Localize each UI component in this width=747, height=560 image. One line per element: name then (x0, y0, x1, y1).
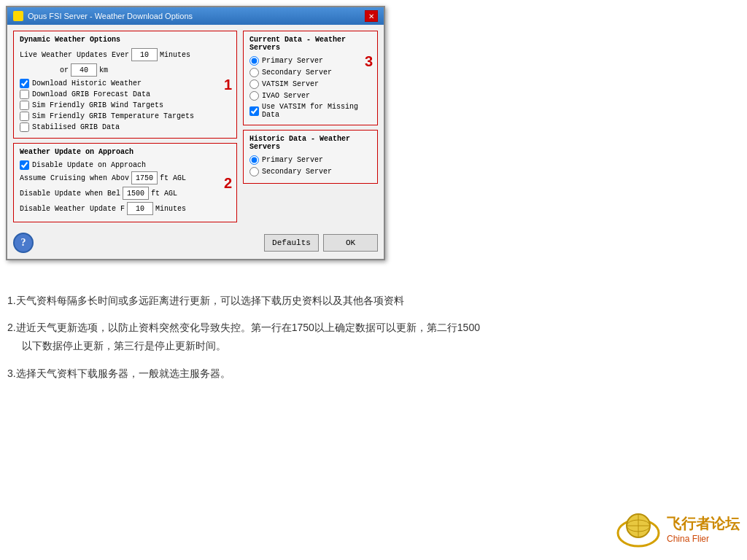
cb-disable-approach: Disable Update on Approach (20, 160, 231, 170)
km-unit: km (99, 66, 108, 74)
disable-below-input[interactable] (123, 187, 149, 200)
current-vatsim-label: VATSIM Server (262, 80, 319, 88)
logo-sub-text: China Flier (667, 534, 709, 544)
km-input[interactable] (71, 63, 97, 77)
disable-approach-label: Disable Update on Approach (32, 161, 146, 169)
main-window: Opus FSI Server - Weather Download Optio… (6, 6, 385, 260)
current-ivao-label: IVAO Server (262, 92, 310, 100)
download-historic-label: Download Historic Weather (32, 79, 142, 88)
current-secondary-radio[interactable] (249, 68, 259, 77)
annotation-3: 3 (365, 53, 373, 70)
current-primary-row: Primary Server (249, 56, 371, 66)
disable-weather-input[interactable] (127, 202, 153, 215)
minutes-input[interactable] (131, 48, 158, 61)
logo-text: 飞行者论坛 China Flier (667, 514, 740, 544)
grib-wind-checkbox[interactable] (20, 101, 29, 110)
current-primary-label: Primary Server (262, 57, 323, 65)
desc-2: 2.进近天气更新选项，以防止资料突然变化导致失控。第一行在1750以上确定数据可… (7, 319, 740, 355)
current-ivao-radio[interactable] (249, 91, 259, 101)
approach-title: Weather Update on Approach (20, 148, 231, 156)
current-data-panel: Current Data - Weather Servers Primary S… (243, 31, 378, 125)
action-buttons: Defaults OK (264, 234, 378, 252)
logo-svg (615, 505, 662, 553)
current-vatsim-radio[interactable] (249, 79, 259, 89)
dynamic-weather-title: Dynamic Weather Options (20, 36, 231, 44)
desc-3: 3.选择天气资料下载服务器，一般就选主服务器。 (7, 365, 740, 383)
historic-data-panel: Historic Data - Weather Servers Primary … (243, 130, 378, 184)
cb-grib-wind: Sim Friendly GRIB Wind Targets (20, 101, 231, 110)
grib-temp-checkbox[interactable] (20, 112, 29, 121)
historic-secondary-row: Secondary Server (249, 167, 371, 176)
left-column: Dynamic Weather Options Live Weather Upd… (13, 31, 237, 222)
help-button[interactable]: ? (13, 233, 34, 253)
or-label: or (60, 66, 69, 74)
bottom-row: ? Defaults OK (7, 228, 384, 259)
cb-vatsim-missing: Use VATSIM for Missing Data (249, 103, 371, 119)
vatsim-missing-checkbox[interactable] (249, 106, 259, 116)
disable-weather-label: Disable Weather Update F (20, 205, 125, 213)
close-button[interactable]: ✕ (365, 10, 378, 22)
window-title: Opus FSI Server - Weather Download Optio… (28, 12, 193, 20)
historic-secondary-radio[interactable] (249, 167, 259, 176)
window-content: Dynamic Weather Options Live Weather Upd… (7, 25, 384, 228)
disable-weather-unit: Minutes (155, 205, 186, 213)
cruising-unit: ft AGL (160, 174, 186, 182)
cb-grib-forecast: Download GRIB Forecast Data (20, 90, 231, 99)
disable-below-label: Disable Update when Bel (20, 190, 120, 198)
live-updates-label: Live Weather Updates Ever (20, 51, 129, 59)
grib-temp-label: Sim Friendly GRIB Temperature Targets (32, 112, 194, 120)
logo-main-text: 飞行者论坛 (667, 514, 740, 534)
cb-download-historic: Download Historic Weather (20, 79, 231, 88)
live-updates-row: Live Weather Updates Ever Minutes (20, 48, 231, 61)
dynamic-weather-panel: Dynamic Weather Options Live Weather Upd… (13, 31, 237, 139)
disable-approach-checkbox[interactable] (20, 160, 29, 170)
cruising-input[interactable] (131, 171, 158, 184)
cruising-label: Assume Cruising when Abov (20, 174, 129, 182)
historic-primary-row: Primary Server (249, 155, 371, 165)
right-column: Current Data - Weather Servers Primary S… (243, 31, 378, 222)
grib-wind-label: Sim Friendly GRIB Wind Targets (32, 101, 163, 109)
vatsim-missing-label: Use VATSIM for Missing Data (262, 103, 371, 119)
stabilised-label: Stabilised GRIB Data (32, 123, 120, 131)
disable-weather-row: Disable Weather Update F Minutes (20, 202, 231, 215)
logo-area: 飞行者论坛 China Flier (615, 505, 740, 553)
km-row: or km (20, 63, 231, 77)
current-ivao-row: IVAO Server (249, 91, 371, 101)
disable-below-unit: ft AGL (151, 190, 177, 198)
historic-data-title: Historic Data - Weather Servers (249, 135, 371, 151)
desc-3-text: 3.选择天气资料下载服务器，一般就选主服务器。 (7, 368, 231, 379)
annotation-1: 1 (224, 77, 232, 93)
cb-stabilised: Stabilised GRIB Data (20, 122, 231, 132)
historic-primary-radio[interactable] (249, 155, 259, 165)
window-icon (13, 11, 23, 21)
grib-forecast-label: Download GRIB Forecast Data (32, 90, 150, 98)
historic-primary-label: Primary Server (262, 156, 323, 164)
current-primary-radio[interactable] (249, 56, 259, 66)
stabilised-checkbox[interactable] (20, 122, 29, 132)
title-bar: Opus FSI Server - Weather Download Optio… (7, 7, 384, 25)
annotation-2: 2 (224, 174, 232, 191)
grib-forecast-checkbox[interactable] (20, 90, 29, 99)
cb-grib-temp: Sim Friendly GRIB Temperature Targets (20, 112, 231, 121)
desc-2-text2: 以下数据停止更新，第三行是停止更新时间。 (22, 340, 226, 351)
description-area: 1.天气资料每隔多长时间或多远距离进行更新，可以选择下载历史资料以及其他各项资料… (7, 292, 740, 392)
current-secondary-row: Secondary Server (249, 68, 371, 77)
approach-panel: Weather Update on Approach Disable Updat… (13, 143, 237, 222)
historic-secondary-label: Secondary Server (262, 168, 332, 176)
title-bar-left: Opus FSI Server - Weather Download Optio… (13, 11, 193, 21)
current-vatsim-row: VATSIM Server (249, 79, 371, 89)
desc-1: 1.天气资料每隔多长时间或多远距离进行更新，可以选择下载历史资料以及其他各项资料 (7, 292, 740, 310)
desc-2-text: 2.进近天气更新选项，以防止资料突然变化导致失控。第一行在1750以上确定数据可… (7, 322, 480, 333)
minutes-unit: Minutes (160, 51, 190, 59)
disable-below-row: Disable Update when Bel ft AGL (20, 187, 231, 200)
desc-1-text: 1.天气资料每隔多长时间或多远距离进行更新，可以选择下载历史资料以及其他各项资料 (7, 295, 404, 306)
defaults-button[interactable]: Defaults (264, 234, 319, 252)
current-data-title: Current Data - Weather Servers (249, 36, 371, 52)
ok-button[interactable]: OK (323, 234, 378, 252)
cruising-row: Assume Cruising when Abov ft AGL (20, 171, 231, 184)
download-historic-checkbox[interactable] (20, 79, 29, 88)
current-secondary-label: Secondary Server (262, 69, 332, 77)
